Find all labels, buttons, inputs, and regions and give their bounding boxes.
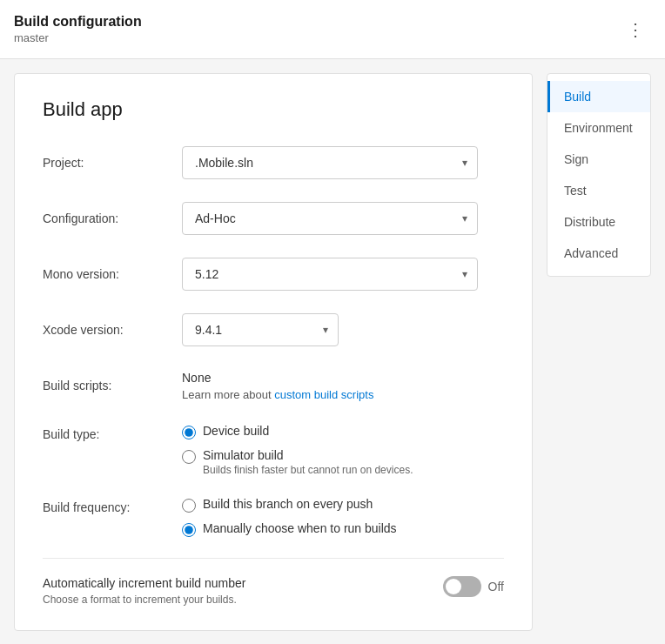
sidebar-item-test-label: Test xyxy=(564,184,587,198)
simulator-build-option[interactable]: Simulator build Builds finish faster but… xyxy=(182,448,504,476)
auto-increment-toggle[interactable] xyxy=(443,576,481,597)
card-title: Build app xyxy=(43,98,504,121)
custom-build-scripts-link[interactable]: custom build scripts xyxy=(274,388,373,401)
sidebar-item-distribute[interactable]: Distribute xyxy=(547,206,650,238)
auto-increment-title: Automatically increment build number xyxy=(43,576,245,590)
xcode-control: 9.4.19.39.210.0 ▾ xyxy=(182,313,504,346)
section-divider xyxy=(43,558,504,559)
project-row: Project: .Mobile.sln ▾ xyxy=(43,145,504,180)
every-push-radio[interactable] xyxy=(182,499,196,513)
app-header: Build configuration master ⋮ xyxy=(0,0,665,59)
configuration-select[interactable]: Ad-HocDebugRelease xyxy=(182,202,478,235)
build-type-label: Build type: xyxy=(43,424,182,441)
sidebar-item-advanced[interactable]: Advanced xyxy=(547,238,650,269)
toggle-off-label: Off xyxy=(488,580,504,594)
xcode-select[interactable]: 9.4.19.39.210.0 xyxy=(182,313,339,346)
manually-option[interactable]: Manually choose when to run builds xyxy=(182,521,504,537)
project-select[interactable]: .Mobile.sln xyxy=(182,146,478,179)
scripts-learn-prefix: Learn more about xyxy=(182,388,274,401)
configuration-row: Configuration: Ad-HocDebugRelease ▾ xyxy=(43,201,504,236)
sidebar-item-build-label: Build xyxy=(564,90,591,104)
configuration-control: Ad-HocDebugRelease ▾ xyxy=(182,202,504,235)
auto-increment-info: Automatically increment build number Cho… xyxy=(43,576,245,606)
project-label: Project: xyxy=(43,156,182,170)
manually-label: Manually choose when to run builds xyxy=(203,521,397,535)
mono-label: Mono version: xyxy=(43,267,182,281)
build-scripts-row: Build scripts: None Learn more about cus… xyxy=(43,368,504,403)
device-build-radio[interactable] xyxy=(182,426,196,439)
toggle-slider xyxy=(443,576,481,597)
toggle-right: Off xyxy=(443,576,504,597)
scripts-none-text: None xyxy=(182,371,504,385)
simulator-build-sublabel: Builds finish faster but cannot run on d… xyxy=(203,464,413,476)
sidebar-item-distribute-label: Distribute xyxy=(564,215,615,229)
device-build-label: Device build xyxy=(203,424,269,438)
build-type-radio-group: Device build Simulator build Builds fini… xyxy=(182,424,504,476)
build-frequency-radio-group: Build this branch on every push Manually… xyxy=(182,497,504,537)
build-frequency-label: Build frequency: xyxy=(43,497,182,514)
main-layout: Build app Project: .Mobile.sln ▾ Configu… xyxy=(0,59,665,644)
header-text: Build configuration master xyxy=(14,14,142,44)
sidebar-item-build[interactable]: Build xyxy=(547,81,650,112)
mono-select-wrapper: 5.125.105.8 ▾ xyxy=(182,258,478,291)
build-type-control: Device build Simulator build Builds fini… xyxy=(182,424,504,476)
xcode-label: Xcode version: xyxy=(43,323,182,337)
page-title: Build configuration xyxy=(14,14,142,30)
project-control: .Mobile.sln ▾ xyxy=(182,146,504,179)
configuration-select-wrapper: Ad-HocDebugRelease ▾ xyxy=(182,202,478,235)
simulator-build-label: Simulator build xyxy=(203,448,413,462)
every-push-label: Build this branch on every push xyxy=(203,497,373,511)
sidebar-item-test[interactable]: Test xyxy=(547,175,650,206)
page-subtitle: master xyxy=(14,31,142,44)
build-frequency-row: Build frequency: Build this branch on ev… xyxy=(43,497,504,537)
every-push-option[interactable]: Build this branch on every push xyxy=(182,497,504,513)
simulator-build-radio[interactable] xyxy=(182,450,196,464)
scripts-learn-text: Learn more about custom build scripts xyxy=(182,388,504,401)
configuration-label: Configuration: xyxy=(43,211,182,225)
device-build-option[interactable]: Device build xyxy=(182,424,504,439)
content-card: Build app Project: .Mobile.sln ▾ Configu… xyxy=(14,73,533,631)
manually-radio[interactable] xyxy=(182,523,196,537)
header-menu-button[interactable]: ⋮ xyxy=(620,16,651,44)
mono-row: Mono version: 5.125.105.8 ▾ xyxy=(43,257,504,292)
sidebar-item-environment-label: Environment xyxy=(564,121,633,135)
auto-increment-desc: Choose a format to increment your builds… xyxy=(43,594,245,606)
auto-increment-row: Automatically increment build number Cho… xyxy=(43,576,504,606)
sidebar-item-advanced-label: Advanced xyxy=(564,246,618,260)
build-scripts-control: None Learn more about custom build scrip… xyxy=(182,371,504,401)
sidebar-item-sign-label: Sign xyxy=(564,152,588,166)
xcode-select-wrapper: 9.4.19.39.210.0 ▾ xyxy=(182,313,339,346)
build-type-row: Build type: Device build Simulator build… xyxy=(43,424,504,476)
project-select-wrapper: .Mobile.sln ▾ xyxy=(182,146,478,179)
sidebar-item-environment[interactable]: Environment xyxy=(547,112,650,144)
build-frequency-control: Build this branch on every push Manually… xyxy=(182,497,504,537)
mono-control: 5.125.105.8 ▾ xyxy=(182,258,504,291)
xcode-row: Xcode version: 9.4.19.39.210.0 ▾ xyxy=(43,312,504,347)
sidebar-nav: Build Environment Sign Test Distribute A… xyxy=(547,73,651,277)
kebab-menu-icon: ⋮ xyxy=(627,19,644,40)
sidebar-item-sign[interactable]: Sign xyxy=(547,144,650,175)
build-scripts-label: Build scripts: xyxy=(43,379,182,392)
mono-select[interactable]: 5.125.105.8 xyxy=(182,258,478,291)
